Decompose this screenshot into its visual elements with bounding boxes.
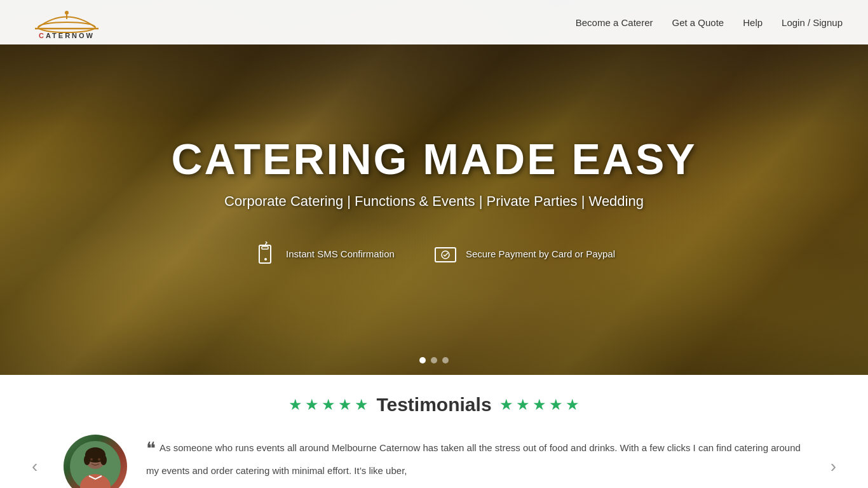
testimonial-avatar — [64, 435, 127, 488]
star-9: ★ — [549, 396, 563, 414]
star-5: ★ — [355, 396, 369, 414]
star-4: ★ — [338, 396, 352, 414]
testimonial-prev-button[interactable]: ‹ — [32, 456, 37, 477]
hero-section: CATERING MADE EASY Corporate Catering | … — [0, 0, 868, 375]
svg-point-16 — [90, 458, 93, 461]
avatar-image — [64, 435, 127, 488]
nav-get-quote[interactable]: Get a Quote — [672, 17, 724, 28]
payment-icon — [433, 241, 458, 267]
svg-rect-5 — [259, 245, 271, 263]
svg-point-3 — [65, 11, 69, 15]
main-nav: Become a Caterer Get a Quote Help Login … — [576, 17, 843, 28]
hero-feature-payment: Secure Payment by Card or Paypal — [433, 241, 615, 267]
avatar-svg — [70, 441, 121, 488]
logo-icon: CATERNOW — [25, 3, 108, 41]
quote-mark: ❝ — [146, 438, 156, 458]
logo: CATERNOW — [25, 3, 108, 41]
star-3: ★ — [322, 396, 336, 414]
svg-point-15 — [100, 455, 107, 465]
header: CATERNOW Become a Caterer Get a Quote He… — [0, 0, 868, 44]
testimonial-content: ❝As someone who runs events all around M… — [146, 435, 804, 478]
star-10: ★ — [566, 396, 580, 414]
star-8: ★ — [532, 396, 546, 414]
sms-icon — [253, 241, 278, 267]
nav-login[interactable]: Login / Signup — [782, 17, 843, 28]
payment-feature-text: Secure Payment by Card or Paypal — [466, 248, 615, 259]
hero-title: CATERING MADE EASY — [171, 134, 696, 184]
star-6: ★ — [499, 396, 513, 414]
testimonial-text: As someone who runs events all around Me… — [146, 442, 801, 475]
hero-subtitle: Corporate Catering | Functions & Events … — [171, 193, 696, 210]
hero-dot-2[interactable] — [431, 357, 437, 363]
hero-dot-1[interactable] — [419, 357, 426, 363]
sms-feature-text: Instant SMS Confirmation — [286, 248, 395, 259]
testimonials-header: ★ ★ ★ ★ ★ Testimonials ★ ★ ★ ★ ★ — [25, 394, 843, 416]
svg-point-7 — [264, 258, 267, 261]
testimonial-body: ‹ — [25, 435, 843, 488]
nav-become-caterer[interactable]: Become a Caterer — [576, 17, 653, 28]
star-7: ★ — [516, 396, 530, 414]
stars-left: ★ ★ ★ ★ ★ — [288, 396, 369, 414]
svg-text:CATERNOW: CATERNOW — [39, 32, 95, 39]
hero-slider-dots — [419, 357, 449, 363]
star-1: ★ — [288, 396, 302, 414]
svg-rect-6 — [262, 247, 268, 249]
testimonials-section: ★ ★ ★ ★ ★ Testimonials ★ ★ ★ ★ ★ ‹ — [0, 375, 868, 488]
hero-dot-3[interactable] — [442, 357, 449, 363]
testimonial-next-button[interactable]: › — [831, 456, 836, 477]
hero-features: Instant SMS Confirmation Secure Payment … — [171, 241, 696, 267]
hero-feature-sms: Instant SMS Confirmation — [253, 241, 395, 267]
testimonials-title: Testimonials — [376, 394, 491, 416]
svg-point-0 — [38, 22, 95, 32]
svg-point-14 — [84, 455, 90, 465]
star-2: ★ — [305, 396, 319, 414]
hero-content: CATERING MADE EASY Corporate Catering | … — [171, 134, 696, 267]
nav-help[interactable]: Help — [743, 17, 763, 28]
svg-point-17 — [98, 458, 100, 461]
stars-right: ★ ★ ★ ★ ★ — [499, 396, 580, 414]
